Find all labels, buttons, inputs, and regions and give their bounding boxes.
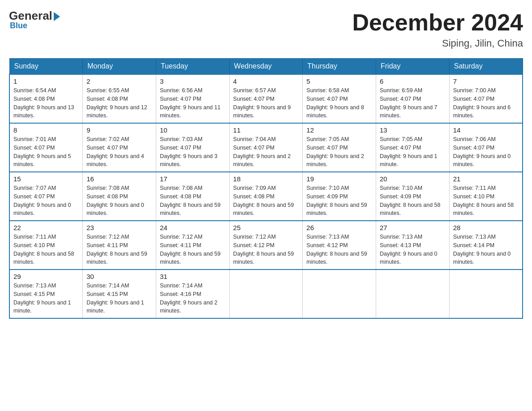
day-number: 22 [13, 224, 79, 231]
day-number: 20 [380, 175, 446, 183]
table-row [376, 270, 450, 318]
day-number: 16 [86, 175, 152, 183]
day-number: 17 [160, 175, 226, 183]
col-tuesday: Tuesday [156, 59, 229, 75]
day-number: 19 [306, 175, 372, 183]
table-row: 10 Sunrise: 7:03 AM Sunset: 4:07 PM Dayl… [156, 123, 229, 172]
day-number: 30 [86, 273, 152, 280]
logo-tagline: Blue [10, 21, 27, 30]
table-row: 27 Sunrise: 7:13 AM Sunset: 4:13 PM Dayl… [376, 221, 450, 270]
day-number: 27 [380, 224, 446, 231]
table-row: 7 Sunrise: 7:00 AM Sunset: 4:07 PM Dayli… [449, 74, 523, 123]
day-number: 5 [306, 77, 372, 85]
day-info: Sunrise: 7:08 AM Sunset: 4:08 PM Dayligh… [160, 184, 226, 218]
day-info: Sunrise: 7:14 AM Sunset: 4:16 PM Dayligh… [160, 282, 226, 315]
table-row: 6 Sunrise: 6:59 AM Sunset: 4:07 PM Dayli… [376, 74, 450, 123]
table-row: 21 Sunrise: 7:11 AM Sunset: 4:10 PM Dayl… [449, 172, 523, 221]
day-info: Sunrise: 7:03 AM Sunset: 4:07 PM Dayligh… [160, 135, 226, 169]
table-row: 19 Sunrise: 7:10 AM Sunset: 4:09 PM Dayl… [303, 172, 376, 221]
table-row [229, 270, 303, 318]
day-number: 3 [160, 77, 226, 85]
day-number: 6 [380, 77, 446, 85]
day-number: 23 [86, 224, 152, 231]
day-info: Sunrise: 7:07 AM Sunset: 4:07 PM Dayligh… [13, 184, 79, 218]
day-number: 14 [453, 126, 519, 134]
table-row: 9 Sunrise: 7:02 AM Sunset: 4:07 PM Dayli… [83, 123, 156, 172]
table-row: 26 Sunrise: 7:13 AM Sunset: 4:12 PM Dayl… [303, 221, 376, 270]
day-info: Sunrise: 6:55 AM Sunset: 4:08 PM Dayligh… [86, 86, 152, 120]
day-info: Sunrise: 7:13 AM Sunset: 4:15 PM Dayligh… [13, 282, 79, 315]
day-info: Sunrise: 6:56 AM Sunset: 4:07 PM Dayligh… [160, 86, 226, 120]
day-number: 15 [13, 175, 79, 183]
page-header: General Blue December 2024 Siping, Jilin… [9, 9, 523, 49]
table-row: 3 Sunrise: 6:56 AM Sunset: 4:07 PM Dayli… [156, 74, 229, 123]
logo-arrow-icon [54, 12, 60, 21]
table-row: 2 Sunrise: 6:55 AM Sunset: 4:08 PM Dayli… [83, 74, 156, 123]
table-row: 23 Sunrise: 7:12 AM Sunset: 4:11 PM Dayl… [83, 221, 156, 270]
day-info: Sunrise: 7:00 AM Sunset: 4:07 PM Dayligh… [453, 86, 519, 120]
day-info: Sunrise: 7:12 AM Sunset: 4:12 PM Dayligh… [233, 233, 299, 266]
location-text: Siping, Jilin, China [352, 38, 523, 49]
calendar-week-row: 29 Sunrise: 7:13 AM Sunset: 4:15 PM Dayl… [9, 270, 523, 318]
table-row: 12 Sunrise: 7:05 AM Sunset: 4:07 PM Dayl… [303, 123, 376, 172]
day-number: 18 [233, 175, 299, 183]
day-info: Sunrise: 7:05 AM Sunset: 4:07 PM Dayligh… [306, 135, 372, 169]
day-number: 4 [233, 77, 299, 85]
col-saturday: Saturday [449, 59, 523, 75]
day-info: Sunrise: 7:13 AM Sunset: 4:14 PM Dayligh… [453, 233, 519, 266]
day-info: Sunrise: 6:54 AM Sunset: 4:08 PM Dayligh… [13, 86, 79, 120]
day-number: 1 [13, 77, 79, 85]
day-info: Sunrise: 7:04 AM Sunset: 4:07 PM Dayligh… [233, 135, 299, 169]
day-info: Sunrise: 7:05 AM Sunset: 4:07 PM Dayligh… [380, 135, 446, 169]
day-info: Sunrise: 7:08 AM Sunset: 4:08 PM Dayligh… [86, 184, 152, 218]
table-row: 30 Sunrise: 7:14 AM Sunset: 4:15 PM Dayl… [83, 270, 156, 318]
table-row: 29 Sunrise: 7:13 AM Sunset: 4:15 PM Dayl… [9, 270, 83, 318]
day-number: 13 [380, 126, 446, 134]
day-info: Sunrise: 7:14 AM Sunset: 4:15 PM Dayligh… [86, 282, 152, 315]
day-number: 12 [306, 126, 372, 134]
day-info: Sunrise: 7:11 AM Sunset: 4:10 PM Dayligh… [453, 184, 519, 218]
day-number: 26 [306, 224, 372, 231]
day-number: 25 [233, 224, 299, 231]
day-number: 28 [453, 224, 519, 231]
logo: General Blue [9, 9, 60, 30]
day-info: Sunrise: 7:12 AM Sunset: 4:11 PM Dayligh… [86, 233, 152, 266]
table-row: 11 Sunrise: 7:04 AM Sunset: 4:07 PM Dayl… [229, 123, 303, 172]
table-row [449, 270, 523, 318]
calendar-week-row: 22 Sunrise: 7:11 AM Sunset: 4:10 PM Dayl… [9, 221, 523, 270]
day-number: 21 [453, 175, 519, 183]
day-info: Sunrise: 7:13 AM Sunset: 4:12 PM Dayligh… [306, 233, 372, 266]
table-row: 28 Sunrise: 7:13 AM Sunset: 4:14 PM Dayl… [449, 221, 523, 270]
day-info: Sunrise: 6:59 AM Sunset: 4:07 PM Dayligh… [380, 86, 446, 120]
col-wednesday: Wednesday [229, 59, 303, 75]
col-sunday: Sunday [9, 59, 83, 75]
day-number: 24 [160, 224, 226, 231]
day-number: 2 [86, 77, 152, 85]
day-info: Sunrise: 7:11 AM Sunset: 4:10 PM Dayligh… [13, 233, 79, 266]
day-number: 10 [160, 126, 226, 134]
table-row: 1 Sunrise: 6:54 AM Sunset: 4:08 PM Dayli… [9, 74, 83, 123]
day-info: Sunrise: 6:58 AM Sunset: 4:07 PM Dayligh… [306, 86, 372, 120]
table-row: 14 Sunrise: 7:06 AM Sunset: 4:07 PM Dayl… [449, 123, 523, 172]
calendar-week-row: 8 Sunrise: 7:01 AM Sunset: 4:07 PM Dayli… [9, 123, 523, 172]
day-info: Sunrise: 7:10 AM Sunset: 4:09 PM Dayligh… [380, 184, 446, 218]
table-row: 5 Sunrise: 6:58 AM Sunset: 4:07 PM Dayli… [303, 74, 376, 123]
day-info: Sunrise: 6:57 AM Sunset: 4:07 PM Dayligh… [233, 86, 299, 120]
table-row [303, 270, 376, 318]
day-number: 9 [86, 126, 152, 134]
day-info: Sunrise: 7:09 AM Sunset: 4:08 PM Dayligh… [233, 184, 299, 218]
calendar-week-row: 15 Sunrise: 7:07 AM Sunset: 4:07 PM Dayl… [9, 172, 523, 221]
month-title: December 2024 [352, 9, 523, 36]
table-row: 25 Sunrise: 7:12 AM Sunset: 4:12 PM Dayl… [229, 221, 303, 270]
col-monday: Monday [83, 59, 156, 75]
day-info: Sunrise: 7:01 AM Sunset: 4:07 PM Dayligh… [13, 135, 79, 169]
day-info: Sunrise: 7:13 AM Sunset: 4:13 PM Dayligh… [380, 233, 446, 266]
day-info: Sunrise: 7:10 AM Sunset: 4:09 PM Dayligh… [306, 184, 372, 218]
table-row: 24 Sunrise: 7:12 AM Sunset: 4:11 PM Dayl… [156, 221, 229, 270]
day-info: Sunrise: 7:02 AM Sunset: 4:07 PM Dayligh… [86, 135, 152, 169]
day-number: 8 [13, 126, 79, 134]
calendar-week-row: 1 Sunrise: 6:54 AM Sunset: 4:08 PM Dayli… [9, 74, 523, 123]
table-row: 16 Sunrise: 7:08 AM Sunset: 4:08 PM Dayl… [83, 172, 156, 221]
table-row: 18 Sunrise: 7:09 AM Sunset: 4:08 PM Dayl… [229, 172, 303, 221]
col-thursday: Thursday [303, 59, 376, 75]
